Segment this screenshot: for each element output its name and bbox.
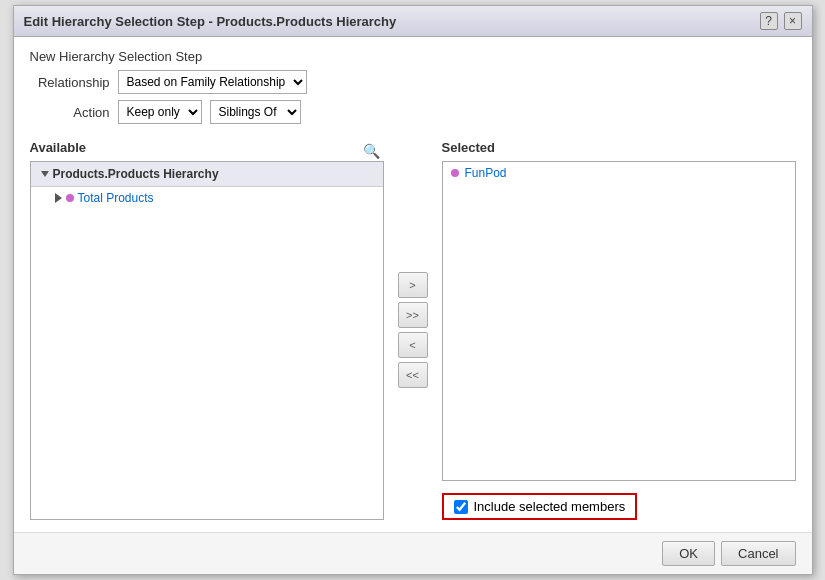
- include-members-container: Include selected members: [442, 487, 796, 520]
- relationship-label: Relationship: [30, 75, 110, 90]
- selected-item-dot: [451, 169, 459, 177]
- selected-item-funpod[interactable]: FunPod: [443, 162, 795, 184]
- selected-item-label: FunPod: [465, 166, 507, 180]
- search-icon[interactable]: 🔍: [359, 141, 384, 161]
- move-all-left-button[interactable]: <<: [398, 362, 428, 388]
- move-right-button[interactable]: >: [398, 272, 428, 298]
- relationship-row: Relationship Based on Family Relationshi…: [30, 70, 796, 94]
- include-members-checkbox[interactable]: [454, 500, 468, 514]
- main-content: Available 🔍 Products.Products Hierarchy …: [30, 140, 796, 520]
- dialog-title: Edit Hierarchy Selection Step - Products…: [24, 14, 397, 29]
- title-actions: ? ×: [760, 12, 802, 30]
- selected-panel-box: FunPod: [442, 161, 796, 481]
- relationship-select[interactable]: Based on Family Relationship Based on Le…: [118, 70, 307, 94]
- include-members-label: Include selected members: [474, 499, 626, 514]
- move-all-right-button[interactable]: >>: [398, 302, 428, 328]
- dialog-footer: OK Cancel: [14, 532, 812, 574]
- form-section: New Hierarchy Selection Step Relationshi…: [30, 49, 796, 130]
- action-keep-select[interactable]: Keep only Remove: [118, 100, 202, 124]
- arrow-buttons: > >> < <<: [392, 140, 434, 520]
- collapse-icon[interactable]: [41, 171, 49, 177]
- root-node-label: Products.Products Hierarchy: [53, 167, 219, 181]
- close-button[interactable]: ×: [784, 12, 802, 30]
- tree-root: Products.Products Hierarchy Total Produc…: [31, 162, 383, 209]
- action-row: Action Keep only Remove Siblings Of Chil…: [30, 100, 796, 124]
- selected-panel: Selected FunPod Include selected members: [442, 140, 796, 520]
- expand-icon: [55, 193, 62, 203]
- action-label: Action: [30, 105, 110, 120]
- action-of-select[interactable]: Siblings Of Children Of Parents Of: [210, 100, 301, 124]
- tree-item-label: Total Products: [78, 191, 154, 205]
- include-members-box: Include selected members: [442, 493, 638, 520]
- available-header: Available 🔍: [30, 140, 384, 161]
- item-dot: [66, 194, 74, 202]
- new-step-label: New Hierarchy Selection Step: [30, 49, 796, 64]
- available-panel: Available 🔍 Products.Products Hierarchy …: [30, 140, 384, 520]
- move-left-button[interactable]: <: [398, 332, 428, 358]
- dialog-body: New Hierarchy Selection Step Relationshi…: [14, 37, 812, 532]
- available-panel-box: Products.Products Hierarchy Total Produc…: [30, 161, 384, 520]
- dialog-titlebar: Edit Hierarchy Selection Step - Products…: [14, 6, 812, 37]
- ok-button[interactable]: OK: [662, 541, 715, 566]
- tree-root-item: Products.Products Hierarchy: [31, 162, 383, 187]
- cancel-button[interactable]: Cancel: [721, 541, 795, 566]
- available-title: Available: [30, 140, 87, 155]
- selected-title: Selected: [442, 140, 796, 155]
- dialog: Edit Hierarchy Selection Step - Products…: [13, 5, 813, 575]
- help-button[interactable]: ?: [760, 12, 778, 30]
- tree-item-total-products[interactable]: Total Products: [31, 187, 383, 209]
